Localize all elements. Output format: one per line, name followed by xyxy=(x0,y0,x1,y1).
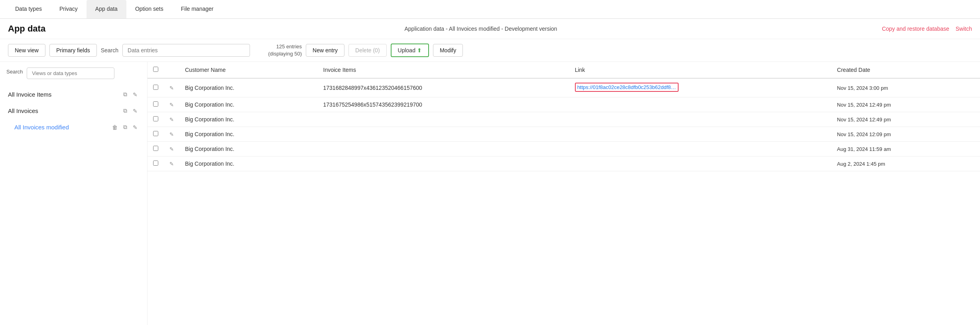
row-checkbox-cell xyxy=(148,78,164,97)
select-all-checkbox[interactable] xyxy=(153,67,158,72)
page-title: App data xyxy=(8,24,80,34)
entries-info: 125 entries (displaying 50) xyxy=(254,43,302,57)
select-all-checkbox-col xyxy=(148,62,164,78)
row-customer-name: Big Corporation Inc. xyxy=(179,78,318,97)
row-link xyxy=(569,112,832,127)
row-created-date: Aug 2, 2024 1:45 pm xyxy=(831,157,980,171)
edit-col-header xyxy=(164,62,179,78)
trash-icon[interactable]: 🗑 xyxy=(110,123,119,131)
table-area: Customer Name Invoice Items Link Created… xyxy=(148,62,980,325)
search-input[interactable] xyxy=(122,44,250,57)
edit-icon[interactable]: ✎ xyxy=(131,107,139,115)
row-customer-name: Big Corporation Inc. xyxy=(179,142,318,157)
table-row: ✎ Big Corporation Inc. 1731675254986x515… xyxy=(148,97,980,112)
top-tabs-bar: Data types Privacy App data Option sets … xyxy=(0,0,980,19)
row-checkbox[interactable] xyxy=(153,131,158,136)
row-edit-icon[interactable]: ✎ xyxy=(169,131,174,137)
row-link xyxy=(569,127,832,142)
edit-icon[interactable]: ✎ xyxy=(131,91,139,99)
row-link xyxy=(569,142,832,157)
row-checkbox[interactable] xyxy=(153,101,158,107)
copy-icon[interactable]: ⧉ xyxy=(122,123,129,131)
new-view-button[interactable]: New view xyxy=(8,44,45,57)
tab-file-manager[interactable]: File manager xyxy=(172,0,222,18)
primary-fields-button[interactable]: Primary fields xyxy=(49,44,97,57)
row-created-date: Nov 15, 2024 12:49 pm xyxy=(831,112,980,127)
copy-icon[interactable]: ⧉ xyxy=(122,90,129,99)
row-checkbox[interactable] xyxy=(153,116,158,121)
sidebar-search-row: Search xyxy=(6,67,141,79)
toolbar-row: New view Primary fields Search 125 entri… xyxy=(0,39,980,62)
sidebar-item-label: All Invoices xyxy=(8,107,38,114)
row-checkbox-cell xyxy=(148,112,164,127)
row-edit-icon[interactable]: ✎ xyxy=(169,146,174,152)
table-row: ✎ Big Corporation Inc. Aug 31, 2024 11:5… xyxy=(148,142,980,157)
delete-button[interactable]: Delete (0) xyxy=(348,44,386,57)
col-customer-name: Customer Name xyxy=(179,62,318,78)
row-invoice-items: 1731682848997x43612352046615760​0 xyxy=(318,78,569,97)
copy-restore-link[interactable]: Copy and restore database xyxy=(882,26,949,32)
main-content: Search All Invoice Items ⧉ ✎ All Invoice… xyxy=(0,62,980,325)
link-highlighted[interactable]: https://01f8ac02ce28c8dfb0c253b62ddf8483… xyxy=(575,83,679,92)
row-edit-cell: ✎ xyxy=(164,127,179,142)
sidebar-item-all-invoices-modified[interactable]: All Invoices modified 🗑 ⧉ ✎ xyxy=(6,119,141,135)
sidebar-item-icons: ⧉ ✎ xyxy=(122,107,139,115)
row-link: https://01f8ac02ce28c8dfb0c253b62ddf8483… xyxy=(569,78,832,97)
row-link xyxy=(569,157,832,171)
row-edit-cell: ✎ xyxy=(164,97,179,112)
switch-link[interactable]: Switch xyxy=(956,26,972,32)
sidebar-search-input[interactable] xyxy=(27,67,114,79)
table-header-row: Customer Name Invoice Items Link Created… xyxy=(148,62,980,78)
row-customer-name: Big Corporation Inc. xyxy=(179,127,318,142)
subtitle: Application data - All Invoices modified… xyxy=(86,26,876,32)
row-checkbox-cell xyxy=(148,157,164,171)
edit-icon[interactable]: ✎ xyxy=(131,123,139,131)
table-row: ✎ Big Corporation Inc. Nov 15, 2024 12:4… xyxy=(148,112,980,127)
row-checkbox-cell xyxy=(148,127,164,142)
row-created-date: Nov 15, 2024 12:49 pm xyxy=(831,97,980,112)
sidebar: Search All Invoice Items ⧉ ✎ All Invoice… xyxy=(0,62,148,325)
row-created-date: Nov 15, 2024 3:00 pm xyxy=(831,78,980,97)
row-created-date: Nov 15, 2024 12:09 pm xyxy=(831,127,980,142)
row-customer-name: Big Corporation Inc. xyxy=(179,97,318,112)
upload-icon: ⬆ xyxy=(417,47,422,54)
table-row: ✎ Big Corporation Inc. Aug 2, 2024 1:45 … xyxy=(148,157,980,171)
row-checkbox-cell xyxy=(148,142,164,157)
header-row: App data Application data - All Invoices… xyxy=(0,19,980,39)
tab-data-types[interactable]: Data types xyxy=(6,0,51,18)
row-invoice-items: 1731675254986x515743562399219700 xyxy=(318,97,569,112)
modify-button[interactable]: Modify xyxy=(433,44,463,57)
row-edit-icon[interactable]: ✎ xyxy=(169,117,174,123)
row-edit-cell: ✎ xyxy=(164,112,179,127)
row-customer-name: Big Corporation Inc. xyxy=(179,112,318,127)
upload-button[interactable]: Upload ⬆ xyxy=(391,44,429,57)
col-link: Link xyxy=(569,62,832,78)
row-created-date: Aug 31, 2024 11:59 am xyxy=(831,142,980,157)
sidebar-item-label: All Invoice Items xyxy=(8,91,51,98)
sidebar-item-all-invoice-items[interactable]: All Invoice Items ⧉ ✎ xyxy=(6,86,141,103)
table-row: ✎ Big Corporation Inc. Nov 15, 2024 12:0… xyxy=(148,127,980,142)
row-edit-cell: ✎ xyxy=(164,157,179,171)
sidebar-item-all-invoices[interactable]: All Invoices ⧉ ✎ xyxy=(6,103,141,119)
col-created-date: Created Date xyxy=(831,62,980,78)
row-checkbox[interactable] xyxy=(153,146,158,151)
sidebar-search-label: Search xyxy=(6,69,23,75)
sidebar-item-icons: 🗑 ⧉ ✎ xyxy=(110,123,139,131)
copy-icon[interactable]: ⧉ xyxy=(122,107,129,115)
row-invoice-items xyxy=(318,142,569,157)
tab-privacy[interactable]: Privacy xyxy=(51,0,87,18)
search-label: Search xyxy=(101,47,118,54)
row-checkbox[interactable] xyxy=(153,161,158,166)
row-invoice-items xyxy=(318,127,569,142)
row-edit-icon[interactable]: ✎ xyxy=(169,85,174,91)
row-edit-icon[interactable]: ✎ xyxy=(169,161,174,167)
tab-option-sets[interactable]: Option sets xyxy=(126,0,172,18)
row-customer-name: Big Corporation Inc. xyxy=(179,157,318,171)
col-invoice-items: Invoice Items xyxy=(318,62,569,78)
row-link xyxy=(569,97,832,112)
row-checkbox[interactable] xyxy=(153,85,158,90)
sidebar-item-icons: ⧉ ✎ xyxy=(122,90,139,99)
new-entry-button[interactable]: New entry xyxy=(306,44,344,57)
row-edit-icon[interactable]: ✎ xyxy=(169,102,174,108)
tab-app-data[interactable]: App data xyxy=(87,0,126,18)
